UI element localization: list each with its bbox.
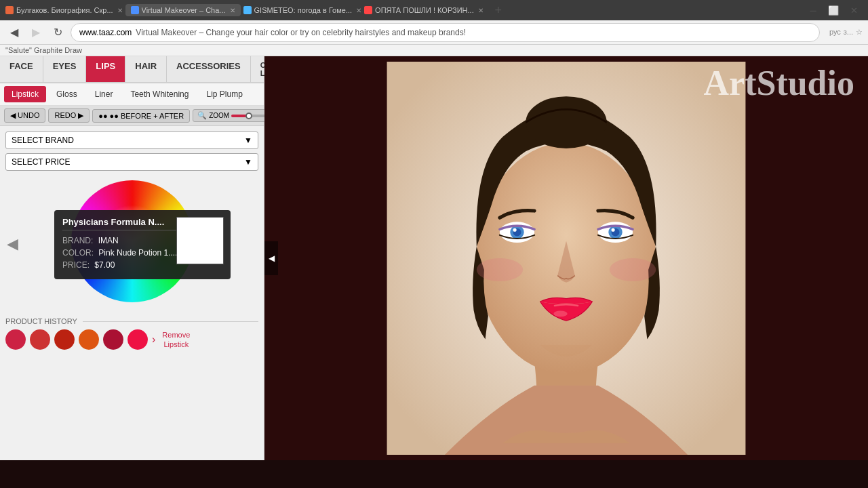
sub-tab-teeth[interactable]: Teeth Whitening (123, 86, 196, 102)
zoom-icon: 🔍 (197, 111, 207, 120)
address-bar[interactable]: www.taaz.com Virtual Makeover – Change y… (71, 23, 820, 42)
svg-point-11 (477, 258, 523, 281)
nav-tab-face[interactable]: FACE (0, 56, 43, 82)
nav-tab-eyes[interactable]: EYES (43, 56, 87, 82)
chevron-down-icon: ▼ (244, 136, 252, 145)
browser-tab-2[interactable]: Virtual Makeover – Cha... ✕ (125, 4, 241, 16)
nav-tab-lips[interactable]: LIPS (86, 56, 125, 82)
restore-button[interactable]: ⬜ (825, 1, 842, 19)
svg-point-6 (513, 228, 517, 232)
browser-tab-1[interactable]: Булгаков. Биография. Скр... ✕ (5, 6, 123, 14)
chevron-down-icon: ▼ (244, 157, 252, 167)
history-swatch-6[interactable] (127, 329, 148, 350)
price-select[interactable]: SELECT PRICE ▼ (5, 153, 258, 171)
sub-tab-lipstick[interactable]: Lipstick (4, 86, 46, 102)
tooltip-swatch (176, 217, 224, 264)
color-wheel-area: ◀ Physicians Formula N.... BRAND: IMAN C… (0, 176, 264, 312)
product-tooltip: Physicians Formula N.... BRAND: IMAN COL… (54, 210, 231, 279)
browser-tab-4[interactable]: ОПЯТА ПОШЛИ ! КОРЗИН... ✕ (364, 6, 484, 14)
left-panel: FACE EYES LIPS HAIR ACCESSORIES COMPLETE… (0, 56, 264, 460)
zoom-thumb[interactable] (245, 113, 252, 119)
history-swatch-2[interactable] (30, 329, 50, 350)
forward-button[interactable]: ▶ (27, 24, 45, 41)
browser-tab-3[interactable]: GISMETEO: погода в Гоме... ✕ (243, 6, 362, 14)
history-next-arrow[interactable]: › (152, 333, 155, 346)
page-title-bar: "Salute" Graphite Draw (0, 45, 868, 56)
action-toolbar: ◀ UNDO REDO ▶ ●● Gloss ●● BEFORE + AFTER… (0, 106, 264, 126)
nav-extras: рус з... ☆ (829, 28, 863, 37)
sidebar-toggle-button[interactable]: ◀ (264, 241, 278, 275)
history-swatch-4[interactable] (79, 329, 99, 350)
redo-button[interactable]: REDO ▶ (48, 108, 90, 123)
svg-point-10 (612, 228, 615, 232)
refresh-button[interactable]: ↻ (49, 24, 66, 41)
nav-tab-hair[interactable]: HAIR (125, 56, 167, 82)
remove-lipstick-button[interactable]: RemoveLipstick (162, 330, 190, 350)
history-swatch-5[interactable] (103, 329, 123, 350)
before-after-button[interactable]: ●● Gloss ●● BEFORE + AFTER (92, 109, 190, 123)
face-image-container (356, 62, 776, 455)
title-bar: Булгаков. Биография. Скр... ✕ Virtual Ma… (0, 0, 868, 20)
brand-select[interactable]: SELECT BRAND ▼ (5, 131, 258, 149)
svg-point-12 (610, 258, 656, 281)
window-controls: ─ ⬜ ✕ (804, 1, 863, 19)
back-button[interactable]: ◀ (5, 24, 23, 41)
nav-bar: ◀ ▶ ↻ www.taaz.com Virtual Makeover – Ch… (0, 20, 868, 45)
main-navigation: FACE EYES LIPS HAIR ACCESSORIES COMPLETE… (0, 56, 264, 83)
product-history: PRODUCT HISTORY › RemoveLipstick (0, 312, 264, 355)
history-swatch-3[interactable] (54, 329, 75, 350)
svg-point-2 (526, 96, 606, 148)
sub-navigation: Lipstick Gloss Liner Teeth Whitening Lip… (0, 83, 264, 106)
selector-area: SELECT BRAND ▼ SELECT PRICE ▼ (0, 126, 264, 176)
face-portrait-svg (356, 62, 776, 455)
before-after-label: ●● BEFORE + AFTER (110, 112, 184, 120)
sub-tab-liner[interactable]: Liner (87, 86, 121, 102)
sub-tab-plump[interactable]: Lip Plump (199, 86, 250, 102)
history-swatch-1[interactable] (5, 329, 26, 350)
new-tab-button[interactable]: + (489, 1, 508, 20)
close-button[interactable]: ✕ (845, 1, 863, 19)
camera-icon: ●● (98, 112, 107, 120)
nav-tab-accessories[interactable]: ACCESSORIES (167, 56, 251, 82)
svg-point-13 (553, 311, 567, 317)
history-label: PRODUCT HISTORY (5, 317, 258, 325)
sub-tab-gloss[interactable]: Gloss (49, 86, 85, 102)
history-swatches: › RemoveLipstick (5, 329, 258, 350)
main-content: FACE EYES LIPS HAIR ACCESSORIES COMPLETE… (0, 56, 868, 460)
undo-button[interactable]: ◀ UNDO (4, 108, 45, 123)
prev-button[interactable]: ◀ (7, 235, 18, 253)
minimize-button[interactable]: ─ (804, 1, 822, 19)
right-panel: VIRTUAL MAKEOVER ArtStudio (264, 56, 868, 460)
